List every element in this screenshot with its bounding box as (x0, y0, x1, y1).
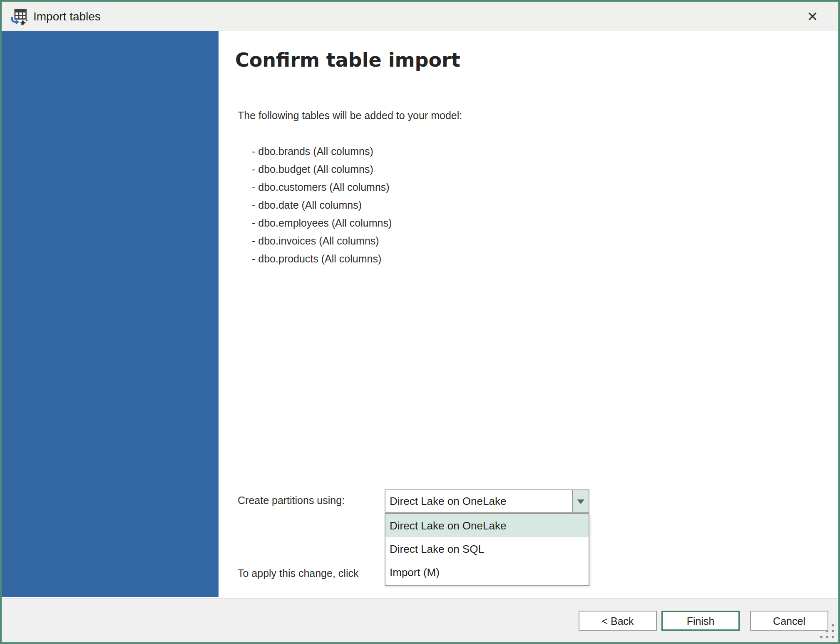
dropdown-list: Direct Lake on OneLakeDirect Lake on SQL… (385, 513, 589, 586)
dropdown-option[interactable]: Direct Lake on OneLake (385, 514, 589, 537)
dropdown-option[interactable]: Import (M) (385, 561, 589, 584)
table-list-item: - dbo.products (All columns) (252, 250, 392, 268)
resize-grip-dots (818, 622, 821, 625)
tables-list: - dbo.brands (All columns)- dbo.budget (… (252, 142, 392, 268)
cancel-button[interactable]: Cancel (750, 611, 828, 631)
page-title: Confirm table import (235, 49, 460, 71)
dropdown-arrow-button[interactable] (572, 490, 589, 512)
table-list-item: - dbo.budget (All columns) (252, 160, 392, 178)
table-list-item: - dbo.invoices (All columns) (252, 232, 392, 250)
main-content: Confirm table import The following table… (219, 31, 838, 597)
footer-bar: < Back Finish Cancel (2, 598, 838, 642)
table-list-item: - dbo.date (All columns) (252, 196, 392, 214)
window-title: Import tables (33, 2, 101, 31)
intro-text: The following tables will be added to yo… (238, 110, 462, 122)
resize-grip[interactable] (818, 622, 837, 641)
dropdown-selected-value: Direct Lake on OneLake (390, 490, 570, 512)
create-partitions-label: Create partitions using: (238, 494, 345, 507)
back-button[interactable]: < Back (579, 611, 657, 631)
table-list-item: - dbo.employees (All columns) (252, 214, 392, 232)
table-import-icon (10, 7, 28, 26)
table-list-item: - dbo.customers (All columns) (252, 178, 392, 196)
finish-button[interactable]: Finish (661, 611, 740, 631)
partitions-dropdown[interactable]: Direct Lake on OneLake (385, 489, 589, 513)
close-icon[interactable]: ✕ (804, 8, 821, 25)
wizard-sidebar (2, 31, 219, 597)
title-bar: Import tables ✕ (2, 2, 838, 31)
import-tables-dialog: Import tables ✕ Confirm table import The… (0, 0, 840, 644)
table-list-item: - dbo.brands (All columns) (252, 142, 392, 160)
chevron-down-icon (577, 499, 584, 504)
apply-change-hint: To apply this change, click (238, 567, 358, 579)
dropdown-option[interactable]: Direct Lake on SQL (385, 537, 589, 561)
